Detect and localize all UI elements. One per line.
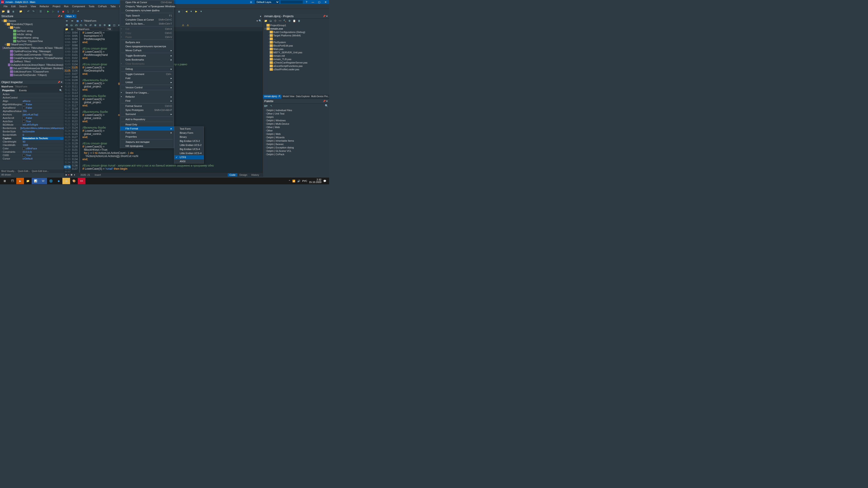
tree-item[interactable]: InfoStr: string — [0, 33, 63, 36]
ctx-item[interactable]: Font Size▸ — [120, 131, 174, 135]
proj-tool-icon[interactable]: 🔨 — [283, 19, 287, 23]
project-item[interactable]: ›Main.pas — [264, 47, 329, 51]
submenu-item[interactable]: Text Form — [174, 127, 204, 131]
tray-expand-icon[interactable]: ⌃ — [288, 180, 290, 183]
menu-edit[interactable]: Edit — [9, 4, 18, 8]
palette-category[interactable]: › Delphi | Individual Files — [264, 108, 329, 112]
palette-category[interactable]: › Delphi | Бизнес — [264, 142, 329, 146]
menu-cnpack[interactable]: CnPack — [96, 4, 109, 8]
project-item[interactable]: ›… — [264, 37, 329, 40]
tree-item[interactable]: ⊟Public — [0, 26, 63, 29]
property-row[interactable]: AlphaBlendValue255 — [0, 109, 64, 113]
menu-tabs[interactable]: Tabs — [108, 4, 117, 8]
taskbar-delphi-icon[interactable]: DX — [78, 178, 86, 184]
menu-search[interactable]: Search — [18, 4, 29, 8]
project-item[interactable]: uCheckCanRegisterServer.pas — [264, 61, 329, 64]
submenu-item[interactable]: Big Endian UCS-4 — [174, 147, 204, 151]
property-row[interactable]: AutoScrollFalse — [0, 116, 64, 120]
submenu-item[interactable]: Big Endian UCS-2 — [174, 139, 204, 143]
ctx-item[interactable]: ▪Refactor▸ — [120, 95, 174, 99]
ctx-item[interactable]: Surround▸ — [120, 112, 174, 116]
taskbar-explorer-icon[interactable]: 📁 — [24, 178, 32, 184]
tree-item[interactable]: DoLastCOMRelease(var Shutdown: Boolean) — [0, 66, 63, 70]
open-icon[interactable]: 📂 — [1, 9, 5, 13]
ctx-item[interactable]: Скопировать путь/имя файла — [120, 8, 174, 12]
pin-icon[interactable]: 📌 — [57, 15, 60, 18]
palette-category[interactable]: › Delphi | Web — [264, 132, 329, 135]
project-item[interactable]: ProjectGroup1 — [264, 24, 329, 27]
dropdown-icon[interactable]: ▾ — [260, 15, 263, 18]
taskbar-app-icon[interactable]: ▶ — [16, 178, 24, 184]
search-icon[interactable]: 🔍 — [258, 20, 262, 22]
panel-close-icon[interactable]: ✕ — [61, 81, 62, 84]
step-over-icon[interactable]: ⤵ — [66, 9, 70, 13]
tool-icon[interactable]: 🗃 — [74, 23, 78, 27]
search-icon[interactable]: 🔍 — [325, 104, 328, 107]
tree-item[interactable]: ProjectName: string — [0, 36, 63, 39]
project-item[interactable]: ›PlotSystem — [264, 40, 329, 44]
quick-edit-link[interactable]: Quick Edit... — [18, 170, 30, 173]
ctx-item[interactable]: Окно предварительного просмотра — [120, 44, 174, 48]
tree-item[interactable]: AddSubItems(MainItem: TMenuItem; AClass:… — [0, 46, 63, 50]
step-into-icon[interactable]: ⤴ — [71, 9, 75, 13]
tree-item[interactable]: ClpWndProc(var Msg: TMessage) — [0, 50, 63, 53]
project-item[interactable]: mmain_TLB.pas — [264, 57, 329, 61]
project-item[interactable]: uExcelScriptFunctions.pas — [264, 64, 329, 68]
project-item[interactable]: ›BlockPortEdit.pas — [264, 44, 329, 47]
property-row[interactable]: BorderStylebsSizeable — [0, 130, 64, 133]
panel-close-icon[interactable]: ✕ — [61, 15, 62, 18]
palette-category[interactable]: › Other — [264, 129, 329, 132]
ctx-item[interactable]: ▪Search For Usages... — [120, 91, 174, 95]
property-row[interactable]: Action — [0, 93, 64, 96]
mode-design[interactable]: Design — [238, 173, 249, 176]
tool-icon[interactable]: ⚙ — [103, 23, 107, 27]
property-row[interactable]: ColorclBtnFace — [0, 147, 64, 150]
ctx-item[interactable]: Unfold▸ — [120, 80, 174, 84]
menu-file[interactable]: File — [2, 4, 9, 8]
project-tab[interactable]: Multi-Device Pre... — [310, 95, 329, 99]
ctx-item[interactable]: Version Control▸ — [120, 86, 174, 90]
crumb-member[interactable]: TM — [106, 28, 112, 31]
tool-icon[interactable]: ⇆ — [84, 23, 88, 27]
ctx-item[interactable]: Goto Bookmarks▸ — [120, 58, 174, 62]
proj-tool-icon[interactable]: ➕ — [273, 19, 277, 23]
ctx-item[interactable]: Complete Class at CursorShift+Ctrl+C — [120, 18, 174, 22]
monitor-icon[interactable]: 🖥 — [177, 9, 181, 13]
property-row[interactable]: ActiveControl — [0, 96, 64, 99]
palette-category[interactable]: › Other | Web — [264, 125, 329, 129]
nav-next-icon[interactable]: ➡ — [70, 19, 74, 23]
pause-icon[interactable]: ⏸ — [56, 9, 60, 13]
proj-tool-icon[interactable]: 🗂 — [269, 19, 273, 23]
run-no-debug-icon[interactable]: ▷ — [51, 9, 55, 13]
palette-category[interactable]: › Delphi | Multi-Device — [264, 122, 329, 125]
layout-save-icon[interactable]: ⊞ — [250, 1, 254, 4]
menu-component[interactable]: Component — [70, 4, 87, 8]
proj-tool-icon[interactable]: ➖ — [278, 19, 282, 23]
proj-tool-icon[interactable]: 📋 — [292, 19, 296, 23]
taskbar-app-icon[interactable]: ⊞ — [62, 178, 70, 184]
submenu-item[interactable]: ✓UTF8 — [174, 155, 204, 159]
undo-icon[interactable]: ↶ — [26, 9, 30, 13]
tree-item[interactable]: EditLibraryForm: TClassesForm — [0, 70, 63, 73]
submenu-item[interactable]: Little Endian UCS-2 — [174, 143, 204, 147]
ctx-item[interactable]: Find▸ — [120, 99, 174, 103]
tray-notifications-icon[interactable]: 💬 — [323, 180, 327, 183]
menu-project[interactable]: Project — [51, 4, 62, 8]
tree-item[interactable]: GetText: string — [0, 29, 63, 33]
tab-properties[interactable]: Properties — [0, 89, 17, 93]
property-row[interactable]: ›BorderIcons[biSystemMenu,biMinimize,biM… — [0, 127, 64, 130]
mode-code[interactable]: Code — [228, 173, 237, 176]
property-row[interactable]: ›Constraints(0,0,0,0) — [0, 150, 64, 154]
ctx-item[interactable]: Fold▸ — [120, 76, 174, 80]
ctx-item[interactable]: Открыть "Main.pas" в Проводнике Windows — [120, 4, 174, 8]
info-icon[interactable]: ⚠ — [181, 23, 185, 27]
info-icon[interactable]: ⚠ — [186, 23, 190, 27]
project-item[interactable]: uStartProfileLoader.pas — [264, 68, 329, 71]
ctx-item[interactable]: File Format▸ — [120, 127, 174, 131]
menu-run[interactable]: Run — [62, 4, 70, 8]
project-item[interactable]: mmain.ridl — [264, 54, 329, 57]
layout-selector[interactable]: Default Layout — [254, 0, 279, 4]
ctx-item[interactable]: Меню CnPack▸ — [120, 48, 174, 53]
tree-item[interactable]: SysTime: TSystemTime — [0, 39, 63, 43]
ctx-item[interactable]: Sync PrototypesShift+Ctrl+Alt+P — [120, 108, 174, 112]
